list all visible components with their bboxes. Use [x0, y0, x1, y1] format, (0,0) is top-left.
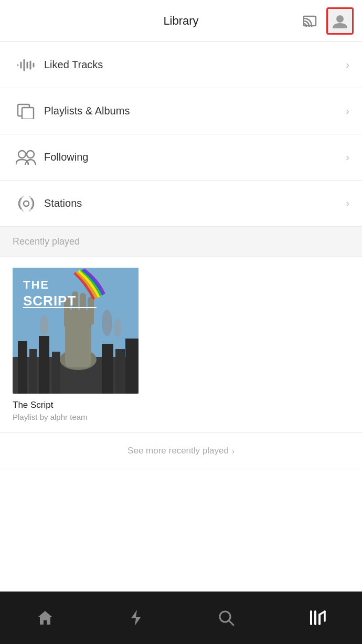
following-icon [13, 149, 40, 166]
see-more-row[interactable]: See more recently played › [0, 433, 362, 469]
svg-rect-21 [115, 349, 125, 394]
svg-rect-22 [125, 339, 139, 394]
svg-point-11 [18, 151, 26, 158]
svg-rect-16 [18, 341, 27, 394]
svg-text:THE: THE [23, 278, 49, 291]
recently-played-section: THE SCRIPT The Script Playlist by alphr … [0, 257, 362, 433]
menu-item-playlists-albums[interactable]: Playlists & Albums › [0, 88, 362, 134]
album-card[interactable]: THE SCRIPT The Script Playlist by alphr … [13, 268, 139, 421]
album-subtitle: Playlist by alphr team [13, 413, 139, 421]
svg-line-36 [229, 620, 233, 625]
stations-icon [13, 195, 40, 212]
svg-rect-18 [39, 336, 49, 394]
bottom-navigation [0, 592, 362, 644]
menu-item-liked-tracks[interactable]: Liked Tracks › [0, 42, 362, 88]
nav-item-feed[interactable] [91, 592, 182, 644]
svg-point-13 [24, 201, 29, 206]
svg-point-24 [102, 310, 112, 336]
page-title: Library [163, 14, 198, 28]
app-header: Library [0, 0, 362, 42]
svg-rect-31 [88, 297, 94, 325]
svg-point-2 [336, 15, 344, 23]
library-menu: Liked Tracks › Playlists & Albums › Foll… [0, 42, 362, 227]
recently-played-section-header: Recently played [0, 227, 362, 257]
stations-label: Stations [44, 197, 346, 209]
svg-rect-17 [29, 349, 37, 394]
account-button[interactable] [326, 7, 354, 35]
cast-icon[interactable] [302, 12, 320, 30]
search-icon [218, 609, 235, 626]
svg-rect-10 [22, 108, 34, 119]
chevron-right-icon: › [346, 197, 349, 209]
album-art: THE SCRIPT [13, 268, 139, 394]
liked-tracks-label: Liked Tracks [44, 59, 346, 71]
menu-item-following[interactable]: Following › [0, 134, 362, 181]
chevron-right-icon: › [346, 105, 349, 117]
waveform-icon [13, 57, 40, 73]
svg-rect-19 [52, 352, 60, 394]
menu-item-stations[interactable]: Stations › [0, 181, 362, 227]
nav-item-home[interactable] [0, 592, 91, 644]
see-more-chevron-icon: › [232, 447, 235, 456]
svg-point-23 [40, 315, 48, 336]
header-actions [302, 7, 354, 35]
svg-point-25 [114, 319, 121, 337]
svg-point-12 [27, 151, 34, 158]
home-icon [37, 610, 54, 626]
feed-icon [129, 609, 143, 627]
svg-rect-30 [80, 293, 86, 325]
svg-rect-20 [102, 344, 113, 394]
playlist-icon [13, 103, 40, 119]
chevron-right-icon: › [346, 59, 349, 71]
nav-item-library[interactable] [272, 592, 363, 644]
following-label: Following [44, 151, 346, 163]
svg-text:SCRIPT: SCRIPT [23, 293, 76, 309]
nav-item-search[interactable] [181, 592, 272, 644]
playlists-albums-label: Playlists & Albums [44, 105, 346, 117]
see-more-label: See more recently played [127, 446, 229, 456]
chevron-right-icon: › [346, 151, 349, 163]
library-icon [308, 609, 326, 626]
recently-played-label: Recently played [13, 236, 80, 247]
album-title: The Script [13, 400, 139, 410]
